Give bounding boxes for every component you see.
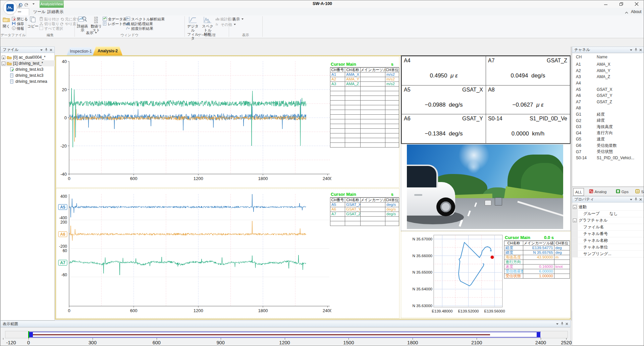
close-icon[interactable] (639, 197, 642, 201)
chevron-down-icon[interactable] (556, 322, 559, 326)
range-handle-right[interactable] (537, 332, 540, 337)
close-button[interactable] (630, 0, 644, 8)
close-icon[interactable] (639, 48, 642, 52)
tree-item[interactable]: [0] ac_dual0004_* (0, 54, 55, 60)
svg-text:N 35.65000: N 35.65000 (413, 270, 432, 274)
channel-row[interactable]: A1AMA_X (572, 61, 644, 68)
collapse-group-icon[interactable] (573, 205, 577, 209)
channel-row[interactable]: A6GSAT_Y (572, 93, 644, 99)
property-label: 連動 (579, 204, 587, 210)
pin-icon[interactable] (635, 48, 637, 52)
maximize-button[interactable] (614, 0, 628, 8)
select-all-button[interactable]: すべて選択 (39, 26, 63, 31)
channel-row[interactable]: G7受信状態 (572, 149, 644, 155)
filter-tab-signal[interactable]: Signal (634, 188, 644, 195)
chevron-down-icon[interactable] (40, 48, 43, 52)
cursor-cell: m (554, 255, 570, 260)
svg-text:E139.56000: E139.56000 (484, 309, 505, 313)
svg-text:2400: 2400 (323, 308, 331, 313)
freq-result-icon (126, 26, 130, 31)
collapse-group-icon[interactable] (573, 219, 577, 222)
numeric-channel-id: A5 (404, 87, 411, 93)
close-icon[interactable] (566, 322, 568, 326)
property-label: チャネル番号 (583, 231, 608, 237)
svg-text:Hz: Hz (207, 21, 210, 23)
stats-result-button[interactable]: 統計処理結果 (126, 21, 153, 26)
tree-item[interactable]: driving_test.nmea (0, 78, 55, 84)
close-file-button[interactable]: 閉じる (12, 17, 28, 21)
filter-tab-gps[interactable]: Gps (614, 188, 630, 195)
cut-button[interactable]: 切り取り (39, 21, 59, 26)
freq-result-button[interactable]: 頻度分析結果 (126, 26, 153, 31)
channel-row[interactable]: A3AMA_Z (572, 74, 644, 80)
channel-id: S0-14 (576, 156, 597, 160)
channel-row[interactable]: A7GSAT_Z (572, 99, 644, 105)
quick-access-dropdown-icon[interactable] (33, 3, 35, 5)
open-button[interactable]: 開く (1, 16, 12, 28)
cursor-cell (330, 124, 345, 129)
tree-expander-icon[interactable] (2, 62, 5, 65)
channel-row[interactable]: A5GSAT_X (572, 86, 644, 93)
save-button[interactable]: 保存 (12, 21, 24, 26)
chevron-down-icon[interactable] (630, 48, 633, 52)
channel-row[interactable]: A2AMA_Y (572, 68, 644, 74)
copy-button[interactable]: コピー (27, 16, 39, 28)
minimize-button[interactable] (599, 0, 613, 8)
gps-map[interactable]: N 35.67000N 35.66000N 35.65000N 35.64000… (410, 233, 510, 316)
waveform-chart-top[interactable]: 40200-20-400600120018002400 (56, 57, 331, 182)
channel-row[interactable]: G2緯度 (572, 117, 644, 124)
other-dropdown[interactable]: fxその他 (215, 22, 236, 27)
cursor-table: CH番号CH名称メインカーソル値CH単位A5GSAT_Xdeg/sA6GSAT_… (330, 197, 399, 226)
property-row[interactable]: サンプリング... (572, 250, 644, 257)
channel-row[interactable]: S0-14S1_PID_0D_Vehicl... (572, 155, 644, 161)
doc-tab-analysis-2[interactable]: Analysis-2 (93, 47, 122, 55)
property-row[interactable]: チャネル単位 (572, 244, 644, 251)
chevron-down-icon[interactable] (630, 197, 633, 201)
channel-row[interactable]: G3海抜高度 (572, 124, 644, 130)
tree-item[interactable]: driving_test.kc3 (0, 72, 55, 78)
property-row[interactable]: 連動 (572, 204, 644, 211)
app-title-button[interactable]: AnalysisView (40, 0, 64, 8)
svg-text:-60: -60 (61, 273, 67, 277)
channel-row[interactable]: G1経度 (572, 111, 644, 118)
svg-text:40: 40 (62, 59, 67, 64)
pin-icon[interactable] (635, 197, 637, 201)
property-value[interactable]: なし (609, 211, 618, 217)
property-row[interactable]: チャネル番号 (572, 230, 644, 237)
range-handle-left[interactable] (29, 332, 33, 337)
waveform-chart-bottom[interactable]: 400-400A5200-200A660-60A7060012001800240… (56, 190, 331, 317)
property-row[interactable]: ファイル名 (572, 224, 644, 231)
pin-icon[interactable] (561, 322, 564, 326)
tree-item[interactable]: driving_test.ks3 (0, 66, 55, 72)
close-icon[interactable] (50, 48, 52, 52)
tab-detail-display[interactable]: 詳細表示 (43, 8, 67, 15)
tree-item[interactable]: [1] driving_test_* (0, 60, 55, 66)
channel-row[interactable]: G6受信衛星数 (572, 142, 644, 149)
property-row[interactable]: チャネル名称 (572, 237, 644, 244)
numeric-list-button[interactable]: 123123123 数値リスト (90, 16, 103, 32)
channel-row[interactable]: A4 (572, 80, 644, 86)
detail-view-button[interactable]: 詳細表示 (76, 16, 89, 32)
channel-row[interactable]: G5速度 (572, 136, 644, 142)
filter-tab-analog[interactable]: Analog (587, 188, 608, 195)
cursor-cell: deg/s (385, 207, 399, 212)
filter-tab-all[interactable]: ALL (573, 188, 584, 196)
series-GSAT_Y (69, 221, 306, 240)
property-row[interactable]: グループなし (572, 210, 644, 217)
cursor-cell (385, 133, 399, 138)
doc-tab-inspection-1[interactable]: Inspection-1 (67, 47, 95, 55)
spectrum-result-button[interactable]: スペクトル解析結果 (126, 17, 165, 21)
info-button[interactable]: i情報 (12, 26, 24, 31)
redo-icon[interactable] (24, 2, 29, 8)
pin-icon[interactable] (45, 48, 48, 52)
view-dropdown[interactable]: 表示 (232, 17, 244, 21)
collapse-ribbon-icon[interactable] (625, 10, 628, 16)
app-logo[interactable] (3, 1, 17, 15)
cursor-table-1: Cursor MainsCH番号CH名称メインカーソル値CH単位A1AMA_Xm… (330, 62, 399, 148)
paste-button[interactable]: 貼り付け (39, 17, 59, 21)
property-row[interactable]: グラフチャネル (572, 217, 644, 224)
channel-row[interactable]: G4進行方向 (572, 130, 644, 136)
tree-expander-icon[interactable] (2, 56, 5, 59)
channel-row[interactable]: A8 (572, 105, 644, 111)
about-button[interactable]: About (631, 9, 641, 14)
